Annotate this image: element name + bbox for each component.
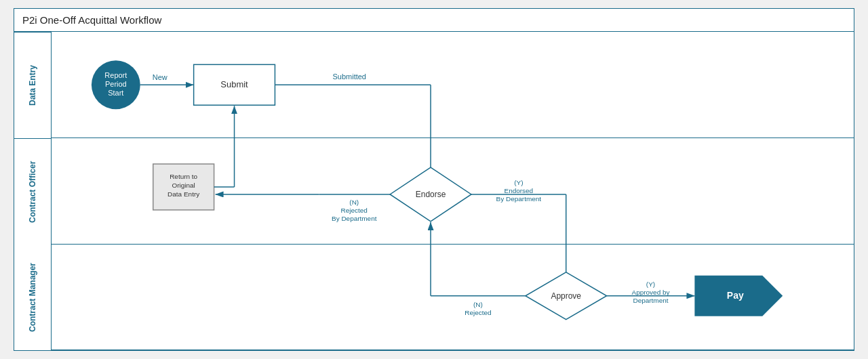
lane-labels: Data Entry Contract Officer Contract Man… — [14, 32, 52, 350]
svg-text:(Y): (Y) — [646, 280, 655, 288]
svg-text:Department: Department — [633, 297, 668, 304]
svg-text:Data Entry: Data Entry — [167, 190, 199, 198]
lanes-content: Report Period Start New Submit Submitted — [52, 32, 854, 350]
svg-text:Endorsed: Endorsed — [504, 187, 533, 194]
svg-text:Rejected: Rejected — [341, 207, 368, 214]
svg-text:Period: Period — [105, 80, 127, 88]
svg-text:By Department: By Department — [332, 215, 377, 222]
svg-text:Endorse: Endorse — [416, 190, 446, 199]
svg-text:Submit: Submit — [220, 79, 248, 89]
svg-text:By Department: By Department — [496, 195, 542, 203]
svg-text:Start: Start — [108, 89, 123, 97]
lane-label-data-entry: Data Entry — [14, 32, 51, 138]
swim-lanes: Data Entry Contract Officer Contract Man… — [14, 32, 854, 350]
diagram-title: P2i One-Off Acquittal Workflow — [14, 9, 854, 32]
svg-text:(N): (N) — [473, 301, 483, 308]
svg-text:Pay: Pay — [727, 290, 744, 301]
lane-label-contract-manager: Contract Manager — [14, 245, 51, 350]
svg-text:Return to: Return to — [170, 173, 197, 180]
svg-text:(N): (N) — [349, 198, 359, 206]
svg-text:Approved by: Approved by — [632, 289, 670, 296]
lane-label-contract-officer: Contract Officer — [14, 138, 51, 245]
svg-text:Rejected: Rejected — [465, 309, 491, 316]
svg-text:(Y): (Y) — [514, 179, 523, 186]
svg-text:Original: Original — [172, 182, 195, 189]
svg-text:Report: Report — [104, 71, 127, 79]
svg-text:New: New — [153, 73, 167, 81]
svg-text:Approve: Approve — [551, 291, 581, 301]
svg-text:Submitted: Submitted — [333, 72, 366, 81]
diagram-svg: Report Period Start New Submit Submitted — [52, 32, 854, 350]
diagram-container: P2i One-Off Acquittal Workflow Data Entr… — [14, 8, 854, 351]
